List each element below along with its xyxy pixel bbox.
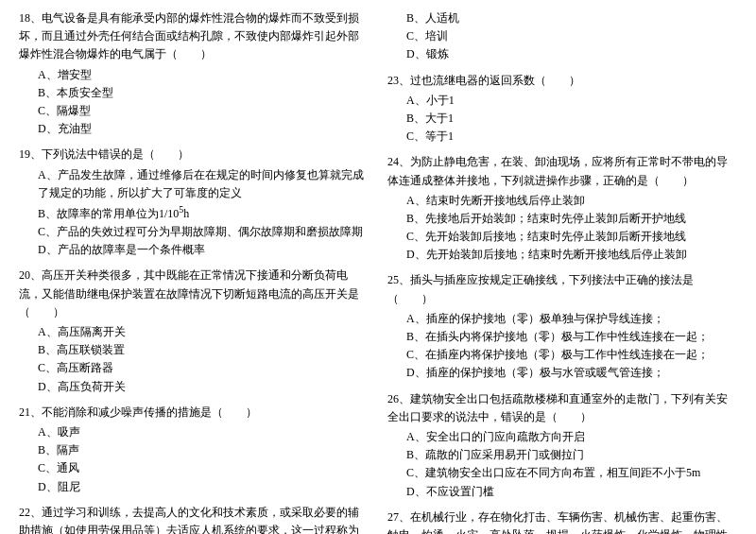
question-23: 23、过也流继电器的返回系数（ ） A、小于1 B、大于1 C、等于1 (387, 72, 737, 146)
q20-optB: B、高压联锁装置 (38, 341, 369, 359)
q22-title: 22、通过学习和训练，去提高人的文化和技术素质，或采取必要的辅助措施（如使用劳保… (19, 504, 369, 534)
q24-optC: C、先开始装卸后接地；结束时先停止装卸后断开接地线 (406, 228, 737, 246)
left-column: 18、电气设备是具有能承受内部的爆炸性混合物的爆炸而不致受到损坏，而且通过外壳任… (19, 9, 378, 534)
q25-optB: B、在插头内将保护接地（零）极与工作中性线连接在一起； (406, 328, 737, 346)
q25-optA: A、插座的保护接地（零）极单独与保护导线连接； (406, 310, 737, 328)
q26-title: 26、建筑物安全出口包括疏散楼梯和直通室外的走散门，下列有关安全出口要求的说法中… (387, 390, 737, 426)
question-27: 27、在机械行业，存在物化打击、车辆伤害、机械伤害、起重伤害、触电、灼烫、火灾、… (387, 508, 737, 534)
q23-title: 23、过也流继电器的返回系数（ ） (387, 72, 737, 90)
q25-optC: C、在插座内将保护接地（零）极与工作中性线连接在一起； (406, 346, 737, 364)
q20-optC: C、高压断路器 (38, 359, 369, 377)
q20-optA: A、高压隔离开关 (38, 323, 369, 341)
q18-optD: D、充油型 (38, 120, 369, 138)
q19-optB: B、故障率的常用单位为1/105h (38, 202, 369, 223)
q24-optA: A、结束时先断开接地线后停止装卸 (406, 192, 737, 210)
q27-title: 27、在机械行业，存在物化打击、车辆伤害、机械伤害、起重伤害、触电、灼烫、火灾、… (387, 508, 737, 534)
q18-optA: A、增安型 (38, 66, 369, 84)
q21-optA: A、吸声 (38, 423, 369, 441)
q21-optB: B、隔声 (38, 441, 369, 459)
q20-optD: D、高压负荷开关 (38, 378, 369, 396)
q18-optB: B、本质安全型 (38, 84, 369, 102)
question-26: 26、建筑物安全出口包括疏散楼梯和直通室外的走散门，下列有关安全出口要求的说法中… (387, 390, 737, 501)
q24-optD: D、先开始装卸后接地；结束时先断开接地线后停止装卸 (406, 246, 737, 264)
question-18: 18、电气设备是具有能承受内部的爆炸性混合物的爆炸而不致受到损坏，而且通过外壳任… (19, 9, 369, 138)
question-20: 20、高压开关种类很多，其中既能在正常情况下接通和分断负荷电流，又能借助继电保护… (19, 267, 369, 395)
q20-title: 20、高压开关种类很多，其中既能在正常情况下接通和分断负荷电流，又能借助继电保护… (19, 267, 369, 321)
right-column: B、人适机 C、培训 D、锻炼 23、过也流继电器的返回系数（ ） A、小于1 … (378, 9, 737, 534)
q23-optB: B、大于1 (406, 110, 737, 128)
q21-optD: D、阻尼 (38, 478, 369, 496)
q21-optC: C、通风 (38, 459, 369, 477)
question-19: 19、下列说法中错误的是（ ） A、产品发生故障，通过维修后在在规定的时间内修复… (19, 146, 369, 259)
q24-title: 24、为防止静电危害，在装、卸油现场，应将所有正常时不带电的导体连通成整体并接地… (387, 153, 737, 189)
q19-title: 19、下列说法中错误的是（ ） (19, 146, 369, 164)
page-container: 18、电气设备是具有能承受内部的爆炸性混合物的爆炸而不致受到损坏，而且通过外壳任… (19, 9, 737, 534)
question-21: 21、不能消除和减少噪声传播的措施是（ ） A、吸声 B、隔声 C、通风 D、阻… (19, 404, 369, 496)
q24-optB: B、先接地后开始装卸；结束时先停止装卸后断开护地线 (406, 210, 737, 228)
q26-optA: A、安全出口的门应向疏散方向开启 (406, 428, 737, 446)
q19-optD: D、产品的故障率是一个条件概率 (38, 241, 369, 259)
q19-optA: A、产品发生故障，通过维修后在在规定的时间内修复也算就完成了规定的功能，所以扩大… (38, 166, 369, 202)
q25-optD: D、插座的保护接地（零）极与水管或暖气管连接； (406, 364, 737, 382)
q18-optC: C、隔爆型 (38, 102, 369, 120)
q18-title: 18、电气设备是具有能承受内部的爆炸性混合物的爆炸而不致受到损坏，而且通过外壳任… (19, 9, 369, 64)
q23-optA: A、小于1 (406, 92, 737, 110)
q22-optC: C、培训 (406, 27, 737, 45)
question-25: 25、插头与插座应按规定正确接线，下列接法中正确的接法是（ ） A、插座的保护接… (387, 271, 737, 382)
q22-optB: B、人适机 (406, 9, 737, 27)
q21-title: 21、不能消除和减少噪声传播的措施是（ ） (19, 404, 369, 422)
q22-optD: D、锻炼 (406, 45, 737, 63)
q26-optB: B、疏散的门应采用易开门或侧拉门 (406, 446, 737, 464)
q19-optC: C、产品的失效过程可分为早期故障期、偶尔故障期和磨损故障期 (38, 223, 369, 241)
question-22: 22、通过学习和训练，去提高人的文化和技术素质，或采取必要的辅助措施（如使用劳保… (19, 504, 369, 534)
q26-optD: D、不应设置门槛 (406, 483, 737, 501)
content-columns: 18、电气设备是具有能承受内部的爆炸性混合物的爆炸而不致受到损坏，而且通过外壳任… (19, 9, 737, 534)
question-24: 24、为防止静电危害，在装、卸油现场，应将所有正常时不带电的导体连通成整体并接地… (387, 153, 737, 264)
q23-optC: C、等于1 (406, 128, 737, 146)
q22-right-options: B、人适机 C、培训 D、锻炼 (387, 9, 737, 64)
q26-optC: C、建筑物安全出口应在不同方向布置，相互间距不小于5m (406, 464, 737, 482)
q25-title: 25、插头与插座应按规定正确接线，下列接法中正确的接法是（ ） (387, 271, 737, 307)
